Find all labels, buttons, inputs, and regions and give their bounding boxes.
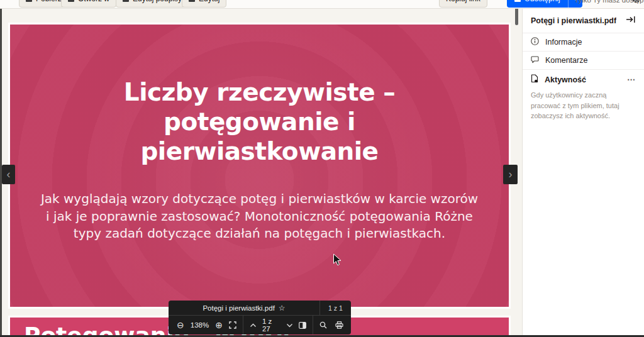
- share-label: Udostępnij: [525, 0, 560, 3]
- settings-gear-icon[interactable]: [631, 0, 641, 6]
- page-navigation: 1 z 27: [243, 316, 313, 334]
- edit-icon: [189, 0, 195, 2]
- activity-label: Aktywność: [545, 75, 586, 84]
- slide-title: Liczby rzeczywiste – potęgowanie i pierw…: [10, 77, 509, 166]
- sidebar-header: Potęgi i pierwiastki.pdf: [523, 9, 644, 33]
- zoom-level: 138%: [191, 321, 209, 329]
- slide-subtitle-line: typy zadań dotyczące działań na potęgach…: [10, 225, 509, 243]
- info-icon: [531, 37, 539, 47]
- slide-title-line: potęgowanie i: [10, 107, 509, 136]
- activity-description: Gdy użytkownicy zaczną pracować z tym pl…: [523, 89, 644, 121]
- sidebar-item-komentarze[interactable]: Komentarze: [523, 52, 644, 70]
- top-toolbar: Pobierz Otwórz w Edytuj podpisy Edytuj K…: [0, 0, 644, 9]
- page-indicator: 1 z 27: [262, 318, 280, 333]
- next-file-button[interactable]: ›: [503, 165, 518, 184]
- comment-icon: [531, 56, 539, 65]
- download-label: Pobierz: [36, 0, 62, 3]
- viewer-toolbar-bottom-row: ⊖ 138% ⊕ 1 z 27: [169, 315, 351, 334]
- sidebar-section-aktywnosc[interactable]: Aktywność ⋯: [523, 70, 644, 89]
- edit-signatures-label: Edytuj podpisy: [133, 0, 182, 3]
- viewer-filename: Potęgi i pierwiastki.pdf: [203, 304, 274, 312]
- slide-1-background: Liczby rzeczywiste – potęgowanie i pierw…: [10, 25, 509, 307]
- share-button[interactable]: Udostępnij: [507, 0, 568, 8]
- activity-menu-icon[interactable]: ⋯: [627, 75, 636, 84]
- details-sidebar: Potęgi i pierwiastki.pdf Informacje: [522, 9, 644, 335]
- previous-file-button[interactable]: ‹: [2, 165, 15, 184]
- open-in-icon: [68, 0, 74, 2]
- zoom-in-button[interactable]: ⊕: [215, 321, 223, 329]
- next-page-button[interactable]: [286, 323, 293, 328]
- download-icon: [26, 0, 32, 2]
- pdf-page-1: Liczby rzeczywiste – potęgowanie i pierw…: [8, 23, 511, 309]
- preview-stage: Liczby rzeczywiste – potęgowanie i pierw…: [2, 9, 522, 337]
- signature-icon: [123, 0, 129, 2]
- file-count: 1 z 1: [320, 304, 351, 312]
- viewer-toolbar-top-row: Potęgi i pierwiastki.pdf ☆ 1 z 1: [169, 301, 351, 315]
- slide-subtitle-line: Jak wyglądają wzory dotyczące potęg i pi…: [10, 191, 509, 208]
- collapse-sidebar-icon[interactable]: [626, 15, 636, 26]
- copy-link-label: Kopiuj link: [446, 0, 480, 3]
- vertical-scrollbar-thumb[interactable]: [515, 9, 518, 25]
- open-in-label: Otwórz w: [78, 0, 109, 3]
- chevron-right-icon: ›: [509, 168, 513, 181]
- slide-subtitle: Jak wyglądają wzory dotyczące potęg i pi…: [10, 191, 509, 243]
- edit-button[interactable]: Edytuj: [182, 0, 226, 8]
- zoom-out-button[interactable]: ⊖: [177, 321, 184, 329]
- chevron-left-icon: ‹: [7, 168, 11, 181]
- share-icon: [514, 0, 521, 2]
- mouse-cursor: [333, 253, 342, 269]
- page-layout-icon[interactable]: [299, 322, 306, 329]
- sidebar-item-label: Informacje: [545, 38, 582, 47]
- zoom-controls: ⊖ 138% ⊕: [169, 316, 243, 334]
- share-split-button[interactable]: Udostępnij ▾: [507, 0, 582, 8]
- sidebar-item-informacje[interactable]: Informacje: [523, 33, 644, 52]
- slide-title-line: Liczby rzeczywiste –: [10, 77, 509, 107]
- edit-signatures-button[interactable]: Edytuj podpisy: [116, 0, 189, 8]
- viewer-toolbar: Potęgi i pierwiastki.pdf ☆ 1 z 1 ⊖ 138% …: [169, 301, 351, 334]
- print-icon[interactable]: [335, 321, 343, 329]
- window-left-edge: [0, 8, 2, 337]
- slide-subtitle-line: i jak je poprawnie zastosować? Monotonic…: [10, 208, 509, 226]
- sidebar-item-label: Komentarze: [545, 56, 587, 65]
- previous-page-button[interactable]: [250, 323, 257, 328]
- app-window: Pobierz Otwórz w Edytuj podpisy Edytuj K…: [0, 0, 644, 337]
- search-print-group: [313, 316, 351, 334]
- edit-label: Edytuj: [199, 0, 219, 3]
- activity-file-icon: [531, 74, 538, 85]
- viewer-filename-group: Potęgi i pierwiastki.pdf ☆: [169, 304, 319, 312]
- open-in-button[interactable]: Otwórz w: [61, 0, 116, 8]
- search-icon[interactable]: [319, 321, 327, 329]
- copy-link-button[interactable]: Kopiuj link: [439, 0, 487, 8]
- slide-title-line: pierwiastkowanie: [10, 136, 509, 166]
- star-icon[interactable]: ☆: [279, 304, 286, 312]
- fullscreen-button[interactable]: [229, 321, 236, 329]
- sidebar-filename: Potęgi i pierwiastki.pdf: [531, 16, 616, 25]
